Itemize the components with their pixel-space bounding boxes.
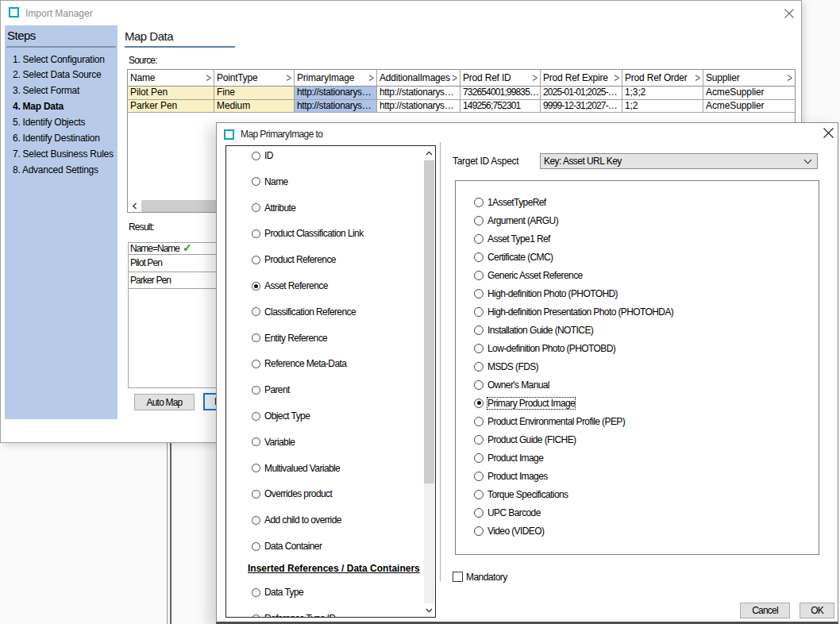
aspect-option[interactable]: Video (VIDEO) [474, 525, 544, 537]
radio-button[interactable] [252, 386, 260, 395]
radio-button[interactable] [252, 256, 260, 264]
radio-button[interactable] [252, 516, 260, 525]
radio-button[interactable] [474, 216, 484, 225]
source-grid-row[interactable]: Parker PenMediumhttp://stationarys…http:… [128, 100, 795, 114]
aspect-option[interactable]: Generic Asset Reference [474, 269, 583, 282]
radio-button[interactable] [474, 526, 484, 536]
radio-button[interactable] [252, 412, 260, 421]
mapping-option[interactable]: Name [226, 175, 288, 188]
sidebar-step-3[interactable]: 3. Select Format [13, 83, 116, 99]
radio-button[interactable] [474, 234, 484, 244]
aspect-option[interactable]: Product Image [474, 452, 543, 464]
sort-indicator-icon[interactable]: > [287, 72, 291, 84]
radio-button[interactable] [252, 360, 260, 368]
aspect-option[interactable]: Primary Product Image [474, 397, 575, 410]
source-grid-cell[interactable]: 149256;752301 [460, 100, 541, 114]
sort-indicator-icon[interactable]: > [615, 72, 619, 84]
radio-button[interactable] [252, 614, 260, 618]
source-grid-cell[interactable]: Fine [214, 87, 295, 100]
mapping-option[interactable]: Asset Reference [226, 279, 328, 292]
sort-indicator-icon[interactable]: > [369, 72, 374, 84]
radio-button[interactable] [474, 344, 484, 353]
mapping-option[interactable]: Reference Meta-Data [226, 357, 346, 370]
sidebar-step-6[interactable]: 6. Identify Destination [13, 131, 116, 147]
radio-button[interactable] [252, 152, 260, 160]
ok-button[interactable]: OK [800, 603, 834, 618]
radio-button[interactable] [252, 490, 260, 499]
mapping-option[interactable]: Add child to override [226, 514, 341, 526]
radio-button[interactable] [252, 588, 260, 597]
radio-button[interactable] [474, 508, 484, 518]
column-header-prod-ref-expire[interactable]: Prod Ref Expire> [541, 70, 622, 87]
radio-button[interactable] [474, 472, 484, 481]
mapping-option[interactable]: Parent [226, 383, 290, 396]
radio-button[interactable] [474, 252, 484, 262]
mapping-option[interactable]: ID [226, 149, 273, 162]
radio-button[interactable] [252, 333, 260, 342]
radio-button[interactable] [474, 325, 484, 335]
aspect-option[interactable]: High-definition Photo (PHOTOHD) [474, 287, 618, 300]
column-header-prod-ref-id[interactable]: Prod Ref ID> [460, 70, 541, 87]
mapping-option[interactable]: Attribute [226, 202, 295, 214]
sort-indicator-icon[interactable]: > [206, 72, 211, 84]
radio-button[interactable] [474, 289, 484, 299]
aspect-option[interactable]: Owner's Manual [474, 379, 549, 391]
column-header-primaryimage[interactable]: PrimaryImage> [295, 70, 377, 87]
radio-button[interactable] [474, 307, 484, 317]
radio-button[interactable] [252, 282, 260, 291]
source-grid-cell[interactable]: 1;2 [622, 100, 703, 114]
sidebar-step-8[interactable]: 8. Advanced Settings [13, 163, 116, 179]
close-icon[interactable] [822, 126, 835, 140]
column-header-additionalimages[interactable]: AdditionalImages> [377, 70, 460, 87]
sort-indicator-icon[interactable]: > [453, 72, 457, 84]
source-grid-cell[interactable]: 1;3;2 [622, 87, 703, 100]
auto-map-button[interactable]: Auto Map [134, 394, 195, 410]
aspect-option[interactable]: Installation Guide (NOTICE) [474, 324, 593, 337]
aspect-option[interactable]: Asset Type1 Ref [474, 233, 550, 245]
column-header-supplier[interactable]: Supplier> [703, 70, 795, 87]
mapping-option[interactable]: Multivalued Variable [226, 462, 340, 475]
aspect-option[interactable]: Product Images [474, 470, 548, 483]
scroll-down-button[interactable] [424, 603, 434, 617]
source-grid-cell[interactable]: 2025-01-01;2025-… [541, 87, 622, 100]
mapping-option[interactable]: Entity Reference [226, 332, 327, 345]
source-grid-cell[interactable]: Pilot Pen [128, 87, 214, 100]
radio-button[interactable] [252, 177, 260, 186]
sidebar-step-4[interactable]: 4. Map Data [13, 99, 116, 115]
radio-button[interactable] [474, 417, 484, 426]
aspect-option[interactable]: Certificate (CMC) [474, 251, 553, 264]
mapping-option[interactable]: Overrides product [226, 487, 332, 500]
column-header-name[interactable]: Name> [128, 70, 214, 87]
radio-button[interactable] [474, 490, 484, 499]
aspect-option[interactable]: High-definition Presentation Photo (PHOT… [474, 306, 673, 318]
sidebar-step-1[interactable]: 1. Select Configuration [13, 52, 116, 68]
mapping-option[interactable]: Object Type [226, 410, 310, 422]
mapping-option[interactable]: Classification Reference [226, 306, 356, 318]
mandatory-checkbox[interactable] [453, 572, 463, 582]
aspect-option[interactable]: Torque Specifications [474, 488, 568, 501]
mapping-option[interactable]: Product Classification Link [226, 227, 364, 240]
radio-button[interactable] [252, 203, 260, 212]
sort-indicator-icon[interactable]: > [788, 72, 792, 84]
source-grid-cell[interactable]: 732654001;99835… [460, 87, 541, 100]
cancel-button[interactable]: Cancel [740, 603, 790, 618]
mapping-option[interactable]: Product Reference [226, 253, 336, 266]
vertical-scrollbar[interactable] [424, 146, 434, 617]
column-header-prod-ref-order[interactable]: Prod Ref Order> [622, 70, 703, 87]
scroll-up-button[interactable] [424, 146, 434, 160]
source-grid-cell[interactable]: http://stationarys… [377, 87, 460, 100]
column-header-pointtype[interactable]: PointType> [214, 70, 295, 87]
mapping-option[interactable]: Reference Type ID [226, 612, 336, 618]
aspect-option[interactable]: 1AssetTypeRef [474, 196, 546, 209]
radio-button[interactable] [474, 271, 484, 280]
scrollbar-thumb[interactable] [424, 160, 434, 483]
sidebar-step-7[interactable]: 7. Select Business Rules [13, 147, 116, 163]
radio-button[interactable] [252, 307, 260, 316]
radio-button[interactable] [474, 453, 484, 463]
source-grid-cell[interactable]: http://stationarys… [377, 100, 460, 114]
source-grid-cell[interactable]: http://stationarys… [295, 87, 377, 100]
close-icon[interactable] [783, 7, 796, 20]
source-grid-cell[interactable]: http://stationarys… [295, 100, 377, 114]
aspect-option[interactable]: MSDS (FDS) [474, 360, 538, 373]
mapping-option[interactable]: Data Type [226, 586, 303, 599]
